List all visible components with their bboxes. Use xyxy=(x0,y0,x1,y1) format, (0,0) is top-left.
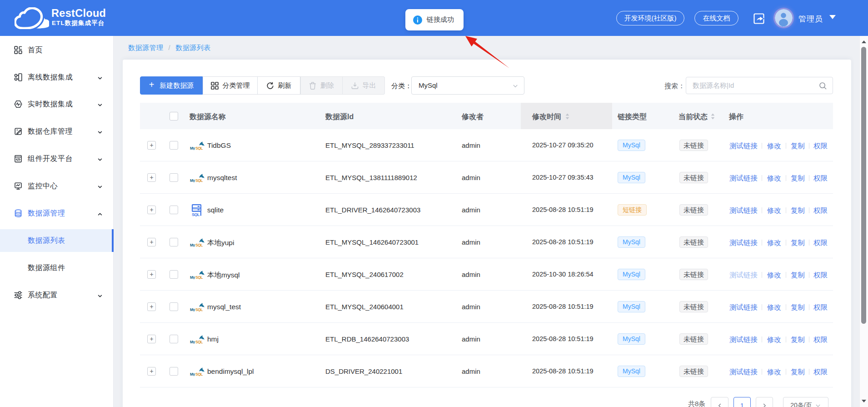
svg-text:SQL: SQL xyxy=(195,275,203,280)
svg-text:My: My xyxy=(190,146,195,151)
svg-text:My: My xyxy=(190,372,195,377)
svg-text:My: My xyxy=(190,243,195,247)
svg-text:SQL: SQL xyxy=(195,307,203,312)
svg-text:SQL: SQL xyxy=(195,178,203,183)
svg-text:SQL: SQL xyxy=(195,372,203,377)
svg-text:SQL: SQL xyxy=(195,243,203,247)
svg-text:SQL: SQL xyxy=(195,340,203,344)
svg-text:My: My xyxy=(190,178,195,183)
svg-text:My: My xyxy=(190,340,195,344)
svg-text:SQL: SQL xyxy=(195,146,203,151)
svg-text:My: My xyxy=(190,275,195,280)
svg-text:My: My xyxy=(190,307,195,312)
svg-text:SQL: SQL xyxy=(192,212,200,216)
